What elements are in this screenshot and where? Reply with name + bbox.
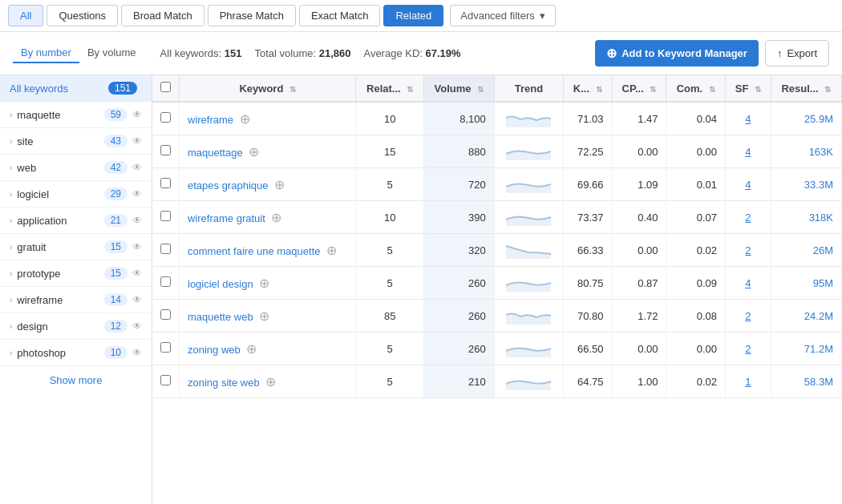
add-to-keyword-manager-button[interactable]: ⊕ Add to Keyword Manager	[595, 40, 759, 67]
sf-link[interactable]: 4	[745, 277, 751, 289]
eye-icon[interactable]: 👁	[132, 347, 142, 358]
row-checkbox[interactable]	[160, 342, 171, 353]
sidebar-item-prototype[interactable]: › prototype 15 👁	[0, 260, 152, 287]
sidebar-item-photoshop[interactable]: › photoshop 10 👁	[0, 340, 152, 366]
keyword-link[interactable]: etapes graphique	[188, 179, 268, 192]
sidebar-item-design[interactable]: › design 12 👁	[0, 313, 152, 340]
keyword-link[interactable]: wireframe	[188, 114, 233, 126]
results-link[interactable]: 26M	[813, 244, 833, 256]
th-related[interactable]: Relat... ⇅	[356, 75, 423, 102]
add-keyword-button[interactable]: ⊕	[240, 112, 250, 126]
results-link[interactable]: 33.3M	[804, 179, 833, 191]
keyword-link[interactable]: comment faire une maquette	[188, 245, 320, 257]
row-checkbox[interactable]	[160, 375, 171, 385]
sf-link[interactable]: 2	[745, 343, 751, 355]
keyword-link[interactable]: maquettage	[188, 147, 243, 159]
filter-btn-questions[interactable]: Questions	[47, 5, 118, 26]
add-keyword-button[interactable]: ⊕	[246, 342, 257, 356]
filter-bar: All Questions Broad Match Phrase Match E…	[0, 0, 842, 32]
results-link[interactable]: 95M	[813, 277, 833, 289]
sidebar-item-gratuit[interactable]: › gratuit 15 👁	[0, 234, 152, 260]
add-keyword-button[interactable]: ⊕	[249, 145, 259, 159]
sidebar-item-wireframe[interactable]: › wireframe 14 👁	[0, 287, 152, 313]
eye-icon[interactable]: 👁	[132, 268, 142, 279]
add-keyword-button[interactable]: ⊕	[265, 375, 276, 389]
row-checkbox[interactable]	[160, 276, 171, 287]
sidebar-item-maquette-count: 59	[104, 108, 128, 121]
keyword-link[interactable]: logiciel design	[188, 278, 253, 290]
row-cpc-cell: 1.09	[612, 168, 666, 201]
eye-icon[interactable]: 👁	[132, 162, 142, 173]
row-checkbox[interactable]	[160, 145, 171, 155]
results-link[interactable]: 318K	[809, 212, 833, 224]
filter-btn-exact-match[interactable]: Exact Match	[299, 5, 381, 26]
filter-btn-all[interactable]: All	[8, 5, 43, 26]
show-more-button[interactable]: Show more	[0, 366, 152, 394]
sf-link[interactable]: 4	[745, 146, 751, 158]
filter-btn-related[interactable]: Related	[383, 5, 443, 26]
sf-link[interactable]: 2	[745, 212, 751, 224]
eye-icon[interactable]: 👁	[132, 294, 142, 305]
results-link[interactable]: 25.9M	[804, 113, 833, 125]
th-results[interactable]: Resul... ⇅	[771, 75, 841, 102]
row-sf-cell: 4	[726, 267, 771, 300]
sidebar-item-logiciel[interactable]: › logiciel 29 👁	[0, 181, 152, 208]
th-keyword[interactable]: Keyword ⇅	[180, 75, 356, 102]
eye-icon[interactable]: 👁	[132, 135, 142, 147]
results-link[interactable]: 71.2M	[804, 343, 833, 355]
add-keyword-button[interactable]: ⊕	[259, 309, 269, 323]
advanced-filters-dropdown[interactable]: Advanced filters ▾	[450, 5, 556, 26]
keyword-link[interactable]: wireframe gratuit	[188, 212, 265, 224]
th-com[interactable]: Com. ⇅	[666, 75, 726, 102]
row-checkbox[interactable]	[160, 244, 171, 254]
filter-btn-broad-match[interactable]: Broad Match	[121, 5, 204, 26]
sf-link[interactable]: 1	[745, 376, 751, 388]
table-row: wireframe ⊕ 10 8,100 71.03 1.47 0.04 4 2…	[152, 102, 842, 135]
sidebar-item-web[interactable]: › web 42 👁	[0, 155, 152, 181]
tab-by-number[interactable]: By number	[13, 43, 79, 63]
th-volume-label: Volume	[434, 83, 471, 95]
sf-link[interactable]: 4	[745, 179, 751, 191]
avg-kd-label: Average KD: 67.19%	[363, 47, 460, 59]
eye-icon[interactable]: 👁	[132, 215, 142, 226]
sort-icon: ⇅	[709, 85, 715, 94]
keyword-link[interactable]: maquette web	[188, 311, 253, 323]
row-keyword-cell: logiciel design ⊕	[180, 267, 356, 300]
tab-by-volume[interactable]: By volume	[79, 43, 144, 63]
add-keyword-button[interactable]: ⊕	[326, 244, 337, 257]
results-link[interactable]: 163K	[809, 146, 833, 158]
row-checkbox[interactable]	[160, 309, 171, 320]
keyword-link[interactable]: zoning web	[188, 344, 241, 356]
row-checkbox[interactable]	[160, 178, 171, 188]
sidebar-item-application-count: 21	[104, 214, 128, 227]
sort-icon: ⇅	[650, 85, 656, 94]
results-link[interactable]: 24.2M	[804, 310, 833, 322]
sidebar-item-application[interactable]: › application 21 👁	[0, 208, 152, 234]
row-checkbox[interactable]	[160, 112, 171, 123]
th-volume[interactable]: Volume ⇅	[423, 75, 494, 102]
sidebar-item-all-keywords[interactable]: All keywords 151	[0, 75, 152, 102]
results-link[interactable]: 58.3M	[804, 376, 833, 388]
sf-link[interactable]: 4	[745, 113, 751, 125]
add-keyword-button[interactable]: ⊕	[259, 276, 269, 290]
eye-icon[interactable]: 👁	[132, 188, 142, 200]
eye-icon[interactable]: 👁	[132, 241, 142, 252]
add-keyword-button[interactable]: ⊕	[271, 211, 281, 224]
add-keyword-button[interactable]: ⊕	[274, 178, 285, 192]
sidebar-item-maquette[interactable]: › maquette 59 👁	[0, 102, 152, 128]
th-kd[interactable]: K... ⇅	[564, 75, 613, 102]
row-checkbox[interactable]	[160, 211, 171, 221]
sf-link[interactable]: 2	[745, 244, 751, 256]
eye-icon[interactable]: 👁	[132, 321, 142, 332]
th-cpc[interactable]: CP... ⇅	[612, 75, 666, 102]
th-sf[interactable]: SF ⇅	[726, 75, 771, 102]
chevron-down-icon: ▾	[540, 10, 545, 22]
filter-btn-phrase-match[interactable]: Phrase Match	[208, 5, 296, 26]
sidebar-item-site[interactable]: › site 43 👁	[0, 128, 152, 155]
eye-icon[interactable]: 👁	[132, 109, 142, 120]
sf-link[interactable]: 2	[745, 310, 751, 322]
select-all-checkbox[interactable]	[160, 82, 171, 92]
keyword-link[interactable]: zoning site web	[188, 377, 260, 389]
export-button[interactable]: ↑ Export	[765, 40, 829, 67]
plus-circle-icon: ⊕	[606, 46, 617, 61]
